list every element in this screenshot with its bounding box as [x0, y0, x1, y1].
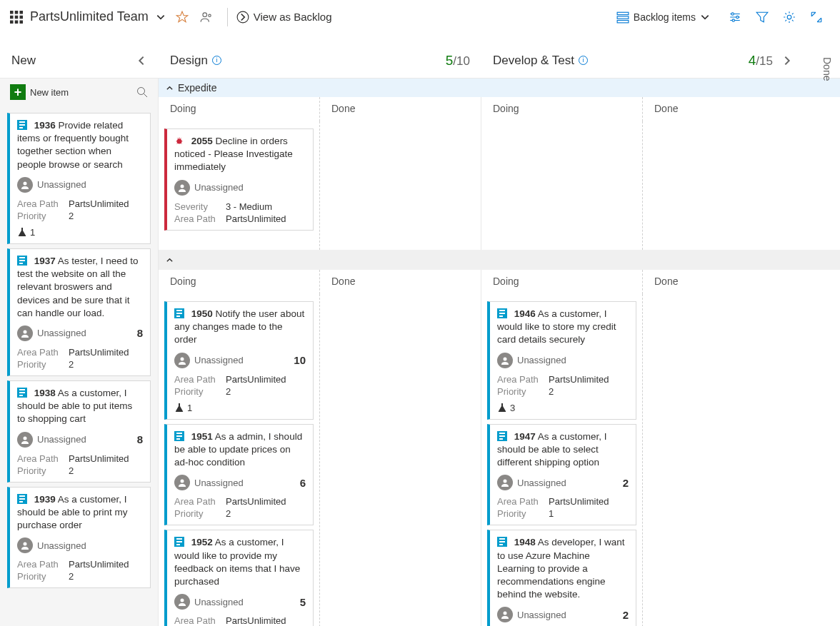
avatar-icon — [497, 607, 513, 622]
subcol-done: Done — [320, 270, 481, 294]
expedite-body: 2055 Decline in orders noticed - Please … — [159, 121, 840, 250]
gear-icon[interactable] — [783, 11, 796, 24]
pbi-icon — [174, 308, 184, 318]
assignee: Unassigned — [194, 478, 244, 488]
svg-point-30 — [504, 480, 507, 483]
pbi-icon — [497, 537, 507, 547]
priority-label: Priority — [174, 508, 226, 519]
swimlane-default-header[interactable] — [159, 250, 840, 270]
fullscreen-icon[interactable] — [810, 11, 823, 24]
priority-label: Priority — [497, 386, 549, 397]
add-item-button[interactable]: + — [10, 84, 26, 100]
people-icon[interactable] — [200, 11, 213, 24]
default-body: 1950 Notify the user about any changes m… — [159, 294, 840, 626]
priority-label: Priority — [17, 211, 69, 221]
priority-label: Priority — [17, 571, 69, 582]
svg-point-17 — [732, 19, 734, 21]
wip-limit: 4/15 — [749, 53, 773, 69]
chevron-up-icon — [166, 84, 174, 92]
work-item-card[interactable]: 1938 As a customer, I should be able to … — [7, 380, 151, 483]
info-icon[interactable]: i — [579, 56, 588, 65]
chevron-left-icon[interactable] — [136, 55, 147, 66]
avatar-icon — [497, 475, 513, 490]
svg-point-23 — [24, 542, 27, 546]
assignee: Unassigned — [37, 328, 86, 338]
work-item-card[interactable]: 1951 As a admin, I should be able to upd… — [164, 424, 314, 526]
avatar-icon — [174, 180, 190, 196]
swimlane-expedite-header[interactable]: Expedite — [159, 79, 840, 97]
priority-value: 2 — [69, 211, 74, 221]
col-title: Design — [170, 54, 208, 68]
avatar-icon — [17, 325, 33, 341]
new-item-row: + New item — [0, 79, 158, 106]
dev-doing-exp — [481, 121, 643, 250]
areapath-value: PartsUnlimited — [69, 559, 129, 570]
work-item-card[interactable]: 2055 Decline in orders noticed - Please … — [164, 128, 314, 231]
search-icon[interactable] — [136, 86, 148, 98]
chevron-down-icon[interactable] — [156, 12, 166, 22]
areapath-label: Area Path — [497, 496, 549, 507]
priority-label: Priority — [17, 359, 69, 370]
work-item-card[interactable]: 1936 Provide related items or frequently… — [7, 113, 151, 244]
new-item-label[interactable]: New item — [30, 87, 69, 98]
areapath-value: PartsUnlimited — [226, 374, 286, 385]
svg-point-27 — [181, 480, 184, 483]
pbi-icon — [174, 537, 184, 547]
flask-count: 1 — [187, 403, 192, 413]
svg-point-22 — [24, 436, 27, 440]
work-item-card[interactable]: 1952 As a customer, I would like to prov… — [164, 530, 314, 626]
chevron-right-icon[interactable] — [781, 55, 793, 66]
work-item-card[interactable]: 1939 As a customer, I should be able to … — [7, 487, 151, 589]
card-id: 1939 — [34, 494, 56, 505]
areapath-value: PartsUnlimited — [69, 453, 129, 464]
team-name[interactable]: PartsUnlimited Team — [30, 9, 149, 24]
svg-point-28 — [181, 599, 184, 602]
card-points: 10 — [294, 354, 306, 366]
backlog-items-select[interactable]: Backlog items — [616, 11, 714, 24]
pbi-icon — [17, 494, 27, 504]
avatar-icon — [17, 177, 33, 193]
chevron-up-icon — [166, 256, 174, 264]
work-item-card[interactable]: 1946 As a customer, I would like to stor… — [487, 301, 636, 420]
expedite-subheaders: Doing Done Doing Done — [159, 97, 840, 121]
view-as-backlog-button[interactable]: View as Backlog — [236, 11, 332, 24]
work-item-card[interactable]: 1947 As a customer, I should be able to … — [487, 424, 636, 526]
flask-count: 1 — [30, 227, 35, 238]
card-id: 1952 — [191, 537, 213, 547]
priority-value: 1 — [549, 508, 554, 519]
pbi-icon — [174, 431, 184, 441]
card-id: 1948 — [514, 537, 536, 547]
filter-icon[interactable] — [756, 11, 769, 24]
areapath-label: Area Path — [174, 213, 226, 224]
svg-point-11 — [237, 11, 249, 23]
priority-value: 2 — [549, 386, 554, 397]
avatar-icon — [497, 353, 513, 368]
subcol-done: Done — [320, 97, 481, 121]
work-item-card[interactable]: 1950 Notify the user about any changes m… — [164, 301, 314, 420]
severity-label: Severity — [174, 201, 226, 212]
avatar-icon — [174, 475, 190, 490]
assignee: Unassigned — [517, 478, 566, 488]
avatar-icon — [17, 537, 33, 553]
subcol-done: Done — [643, 97, 804, 121]
priority-value: 2 — [226, 508, 231, 519]
priority-label: Priority — [174, 386, 226, 397]
card-id: 1946 — [514, 308, 536, 319]
assignee: Unassigned — [194, 355, 244, 365]
areapath-label: Area Path — [174, 615, 226, 626]
areapath-value: PartsUnlimited — [549, 374, 609, 385]
card-points: 5 — [300, 596, 306, 608]
info-icon[interactable]: i — [212, 56, 221, 65]
avatar-icon — [17, 432, 33, 448]
settings-sliders-icon[interactable] — [729, 11, 741, 24]
priority-label: Priority — [17, 465, 69, 476]
board-column-headers: New Design i 5/10 Develop & Test i 4/15 — [0, 43, 840, 79]
work-item-card[interactable]: 1937 As tester, I need to test the websi… — [7, 248, 151, 376]
chevron-down-icon — [700, 12, 710, 22]
work-item-card[interactable]: 1948 As developer, I want to use Azure M… — [487, 530, 636, 626]
design-doing-exp: 2055 Decline in orders noticed - Please … — [159, 121, 320, 250]
team-icon — [10, 11, 23, 24]
done-collapsed-column[interactable]: Done — [819, 50, 836, 88]
svg-point-19 — [138, 88, 145, 95]
star-icon[interactable] — [176, 11, 189, 24]
